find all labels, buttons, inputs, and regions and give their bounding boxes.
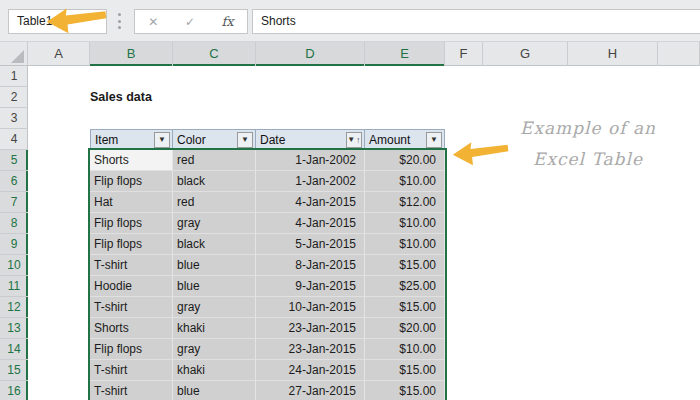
table-header-amount[interactable]: Amount▼: [365, 129, 445, 150]
filter-button-amount[interactable]: ▼: [426, 132, 442, 148]
cell[interactable]: 27-Jan-2015: [256, 381, 365, 400]
cell[interactable]: gray: [173, 339, 256, 360]
corner-triangle-icon: [11, 50, 24, 63]
enter-icon[interactable]: ✓: [185, 15, 195, 29]
table-row: Flip flopsblack5-Jan-2015$10.00: [90, 234, 445, 255]
row-header-9[interactable]: 9: [0, 234, 28, 255]
cell[interactable]: 4-Jan-2015: [256, 213, 365, 234]
filter-button-color[interactable]: ▼: [237, 132, 253, 148]
cell[interactable]: Hat: [90, 192, 173, 213]
cell[interactable]: gray: [173, 213, 256, 234]
cell[interactable]: T-shirt: [90, 255, 173, 276]
row-header-15[interactable]: 15: [0, 360, 28, 381]
row-header-7[interactable]: 7: [0, 192, 28, 213]
cell[interactable]: Flip flops: [90, 213, 173, 234]
table-row: T-shirtkhaki24-Jan-2015$15.00: [90, 360, 445, 381]
cell[interactable]: $10.00: [365, 234, 445, 255]
table-row: Shortskhaki23-Jan-2015$20.00: [90, 318, 445, 339]
insert-function-icon[interactable]: fx: [222, 14, 234, 29]
cell[interactable]: 9-Jan-2015: [256, 276, 365, 297]
cell[interactable]: black: [173, 234, 256, 255]
cell[interactable]: 24-Jan-2015: [256, 360, 365, 381]
cell[interactable]: red: [173, 150, 256, 171]
cell[interactable]: 5-Jan-2015: [256, 234, 365, 255]
cell[interactable]: 1-Jan-2002: [256, 171, 365, 192]
cell[interactable]: 8-Jan-2015: [256, 255, 365, 276]
row-header-4[interactable]: 4: [0, 129, 28, 150]
table-header-item[interactable]: Item▼: [90, 129, 173, 150]
table-row: Flip flopsgray4-Jan-2015$10.00: [90, 213, 445, 234]
annotation-line-2: Excel Table: [500, 144, 676, 175]
select-all-corner[interactable]: [0, 42, 28, 66]
formula-bar-separator: [117, 13, 121, 29]
cell[interactable]: Flip flops: [90, 234, 173, 255]
cell[interactable]: $15.00: [365, 255, 445, 276]
cell[interactable]: $25.00: [365, 276, 445, 297]
table-header-label: Date: [260, 133, 285, 147]
cell[interactable]: $20.00: [365, 150, 445, 171]
cell[interactable]: red: [173, 192, 256, 213]
cell[interactable]: 1-Jan-2002: [256, 150, 365, 171]
cell[interactable]: 23-Jan-2015: [256, 318, 365, 339]
cell[interactable]: khaki: [173, 360, 256, 381]
cell[interactable]: T-shirt: [90, 381, 173, 400]
column-header-g[interactable]: G: [483, 42, 568, 66]
cell[interactable]: 4-Jan-2015: [256, 192, 365, 213]
cell[interactable]: khaki: [173, 318, 256, 339]
column-headers: ABCDEFGH: [0, 42, 700, 66]
column-header-filler: [658, 42, 700, 66]
cell[interactable]: 23-Jan-2015: [256, 339, 365, 360]
column-header-c[interactable]: C: [173, 42, 256, 66]
row-header-16[interactable]: 16: [0, 381, 28, 400]
column-header-d[interactable]: D: [256, 42, 365, 66]
cell[interactable]: Shorts: [90, 318, 173, 339]
cell[interactable]: $10.00: [365, 171, 445, 192]
filter-button-date[interactable]: ▼↑: [346, 132, 362, 148]
cell[interactable]: $20.00: [365, 318, 445, 339]
row-header-10[interactable]: 10: [0, 255, 28, 276]
table-header-date[interactable]: Date▼↑: [256, 129, 365, 150]
row-header-5[interactable]: 5: [0, 150, 28, 171]
name-box[interactable]: Table1: [8, 9, 107, 34]
cell[interactable]: $15.00: [365, 360, 445, 381]
excel-window: Table1 ✕ ✓ fx Shorts ABCDEFGH 1234567891…: [0, 0, 700, 400]
cell[interactable]: $15.00: [365, 381, 445, 400]
row-header-1[interactable]: 1: [0, 66, 28, 87]
cell[interactable]: blue: [173, 381, 256, 400]
cell-sales-data-title[interactable]: Sales data: [90, 87, 152, 108]
cell[interactable]: Flip flops: [90, 171, 173, 192]
column-header-f[interactable]: F: [445, 42, 483, 66]
cell[interactable]: blue: [173, 276, 256, 297]
cell[interactable]: $15.00: [365, 297, 445, 318]
excel-table: Item▼Color▼Date▼↑Amount▼Shortsred1-Jan-2…: [90, 129, 445, 400]
row-header-12[interactable]: 12: [0, 297, 28, 318]
row-header-8[interactable]: 8: [0, 213, 28, 234]
row-header-13[interactable]: 13: [0, 318, 28, 339]
sort-ascending-icon: ↑: [357, 136, 361, 145]
row-header-11[interactable]: 11: [0, 276, 28, 297]
table-header-color[interactable]: Color▼: [173, 129, 256, 150]
row-header-6[interactable]: 6: [0, 171, 28, 192]
cell[interactable]: blue: [173, 255, 256, 276]
cell[interactable]: Shorts: [90, 150, 173, 171]
filter-button-item[interactable]: ▼: [154, 132, 170, 148]
row-header-3[interactable]: 3: [0, 108, 28, 129]
cell[interactable]: $12.00: [365, 192, 445, 213]
cancel-icon[interactable]: ✕: [148, 15, 158, 29]
cell[interactable]: T-shirt: [90, 360, 173, 381]
column-header-h[interactable]: H: [568, 42, 658, 66]
column-header-b[interactable]: B: [90, 42, 173, 66]
cell[interactable]: $10.00: [365, 213, 445, 234]
formula-input[interactable]: Shorts: [252, 9, 700, 34]
cell[interactable]: $10.00: [365, 339, 445, 360]
cell[interactable]: T-shirt: [90, 297, 173, 318]
cell[interactable]: 10-Jan-2015: [256, 297, 365, 318]
column-header-a[interactable]: A: [28, 42, 90, 66]
row-header-14[interactable]: 14: [0, 339, 28, 360]
cell[interactable]: Flip flops: [90, 339, 173, 360]
cell[interactable]: Hoodie: [90, 276, 173, 297]
cell[interactable]: black: [173, 171, 256, 192]
row-header-2[interactable]: 2: [0, 87, 28, 108]
column-header-e[interactable]: E: [365, 42, 445, 66]
cell[interactable]: gray: [173, 297, 256, 318]
